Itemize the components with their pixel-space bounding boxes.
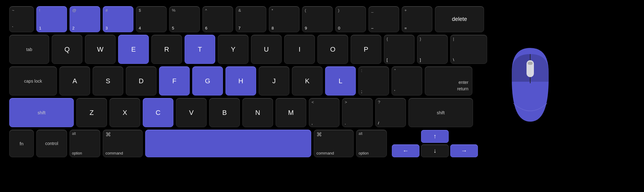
key-p[interactable]: P <box>351 35 381 64</box>
tab-row: tab Q W E R T Y U I <box>9 35 487 64</box>
key-command-right[interactable]: ⌘ command <box>314 130 354 157</box>
key-g[interactable]: G <box>192 66 223 96</box>
key-m[interactable]: M <box>276 98 306 127</box>
svg-rect-2 <box>528 62 533 65</box>
key-o[interactable]: O <box>317 35 348 64</box>
key-quote[interactable]: " ' <box>392 66 422 96</box>
key-i[interactable]: I <box>284 35 315 64</box>
key-h[interactable]: H <box>225 66 256 96</box>
key-minus[interactable]: _ – <box>368 6 399 32</box>
number-row: ~ ` ! 1 @ 2 # 3 $ 4 % 5 <box>9 6 487 32</box>
key-l[interactable]: L <box>325 66 356 96</box>
arrow-bottom-row: ← ↓ → <box>392 144 478 157</box>
key-c[interactable]: C <box>143 98 173 127</box>
key-arrow-down[interactable]: ↓ <box>421 144 449 157</box>
main-layout: ~ ` ! 1 @ 2 # 3 $ 4 % 5 <box>0 0 644 163</box>
key-slash[interactable]: ? / <box>375 98 406 127</box>
key-q[interactable]: Q <box>52 35 82 64</box>
key-3[interactable]: # 3 <box>103 6 133 32</box>
key-n[interactable]: N <box>242 98 273 127</box>
key-f[interactable]: F <box>159 66 190 96</box>
key-tab[interactable]: tab <box>9 35 49 64</box>
key-shift-left[interactable]: shift <box>9 98 74 127</box>
key-a[interactable]: A <box>59 66 90 96</box>
key-fn[interactable]: fn <box>9 130 34 157</box>
key-delete[interactable]: delete <box>435 6 484 32</box>
key-k[interactable]: K <box>292 66 323 96</box>
key-4[interactable]: $ 4 <box>136 6 167 32</box>
key-arrow-right[interactable]: → <box>450 144 478 157</box>
key-5[interactable]: % 5 <box>169 6 200 32</box>
key-r[interactable]: R <box>151 35 182 64</box>
key-2[interactable]: @ 2 <box>70 6 100 32</box>
keyboard: ~ ` ! 1 @ 2 # 3 $ 4 % 5 <box>9 6 487 157</box>
key-space[interactable] <box>145 130 311 157</box>
key-rbracket[interactable]: } ] <box>417 35 448 64</box>
key-x[interactable]: X <box>109 98 140 127</box>
key-b[interactable]: B <box>209 98 240 127</box>
key-caps-lock[interactable]: caps lock <box>9 66 57 96</box>
key-shift-right[interactable]: shift <box>408 98 473 127</box>
key-1[interactable]: ! 1 <box>36 6 67 32</box>
bottom-row: fn control alt option ⌘ command ⌘ comman… <box>9 130 487 157</box>
key-6[interactable]: ^ 6 <box>202 6 233 32</box>
key-8[interactable]: * 8 <box>269 6 300 32</box>
mouse-container <box>506 42 555 122</box>
key-semicolon[interactable]: : ; <box>358 66 389 96</box>
key-equal[interactable]: + = <box>402 6 432 32</box>
key-arrow-up[interactable]: ↑ <box>421 130 449 143</box>
key-tilde[interactable]: ~ ` <box>9 6 34 32</box>
arrow-keys: ↑ ← ↓ → <box>392 130 478 157</box>
key-period[interactable]: > . <box>342 98 373 127</box>
key-t[interactable]: T <box>185 35 215 64</box>
key-7[interactable]: & 7 <box>236 6 266 32</box>
key-arrow-left[interactable]: ← <box>392 144 419 157</box>
key-u[interactable]: U <box>251 35 282 64</box>
caps-row: caps lock A S D F G H J <box>9 66 487 96</box>
key-backslash[interactable]: | \ <box>450 35 487 64</box>
key-option-left[interactable]: alt option <box>70 130 100 157</box>
key-j[interactable]: J <box>259 66 289 96</box>
key-command-left[interactable]: ⌘ command <box>103 130 143 157</box>
key-lbracket[interactable]: { [ <box>384 35 415 64</box>
key-comma[interactable]: < , <box>309 98 340 127</box>
arrow-up-row: ↑ <box>392 130 478 143</box>
key-enter[interactable]: enter return <box>425 66 472 96</box>
key-d[interactable]: D <box>126 66 157 96</box>
key-v[interactable]: V <box>176 98 207 127</box>
key-s[interactable]: S <box>93 66 123 96</box>
key-e[interactable]: E <box>118 35 149 64</box>
key-control[interactable]: control <box>36 130 67 157</box>
key-y[interactable]: Y <box>218 35 248 64</box>
key-9[interactable]: ( 9 <box>302 6 333 32</box>
key-z[interactable]: Z <box>76 98 107 127</box>
shift-row: shift Z X C V B N M < <box>9 98 487 127</box>
mouse-illustration <box>506 42 555 122</box>
key-option-right[interactable]: alt option <box>356 130 387 157</box>
key-0[interactable]: ) 0 <box>335 6 366 32</box>
key-w[interactable]: W <box>85 35 116 64</box>
